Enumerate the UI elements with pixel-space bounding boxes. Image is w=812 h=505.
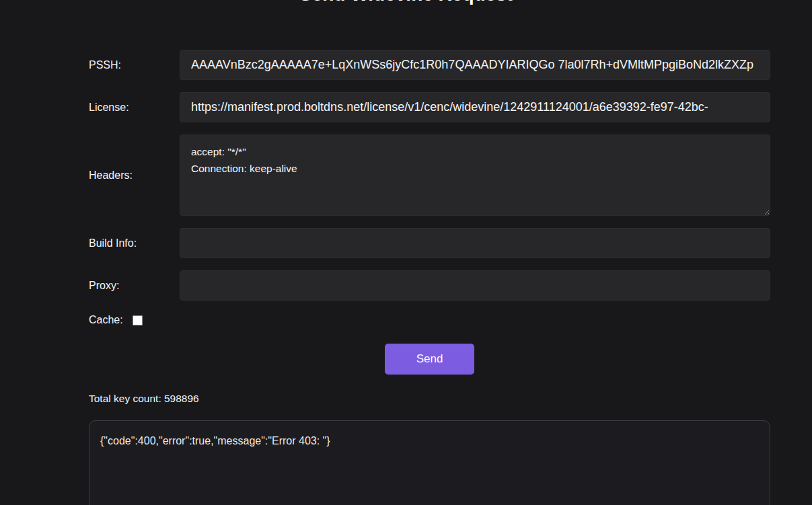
pssh-input[interactable] <box>180 50 770 80</box>
headers-textarea[interactable]: accept: "*/*" Connection: keep-alive <box>180 134 770 216</box>
form-row-proxy: Proxy: <box>89 270 812 301</box>
page-title: Send Widevine Request <box>0 0 812 5</box>
headers-label: Headers: <box>89 169 180 182</box>
build-info-label: Build Info: <box>89 237 180 249</box>
total-key-count: Total key count: 598896 <box>89 393 812 405</box>
cache-checkbox[interactable] <box>133 315 143 325</box>
proxy-input[interactable] <box>180 270 770 301</box>
proxy-label: Proxy: <box>89 280 180 292</box>
form-row-license: License: <box>89 92 812 122</box>
license-label: License: <box>89 102 180 114</box>
form-row-cache: Cache: <box>89 314 812 326</box>
pssh-label: PSSH: <box>89 59 180 71</box>
build-info-input[interactable] <box>180 228 770 258</box>
cache-label: Cache: <box>89 314 123 326</box>
widevine-request-page: Send Widevine Request PSSH: License: Hea… <box>0 0 812 505</box>
response-text: {"code":400,"error":true,"message":"Erro… <box>100 435 759 447</box>
send-button[interactable]: Send <box>385 344 474 375</box>
license-input[interactable] <box>180 92 770 122</box>
form-row-build-info: Build Info: <box>89 228 812 258</box>
form-row-headers: Headers: accept: "*/*" Connection: keep-… <box>89 134 812 216</box>
response-box: {"code":400,"error":true,"message":"Erro… <box>89 420 770 505</box>
request-form: PSSH: License: Headers: accept: "*/*" Co… <box>0 5 812 505</box>
form-row-pssh: PSSH: <box>89 50 812 80</box>
